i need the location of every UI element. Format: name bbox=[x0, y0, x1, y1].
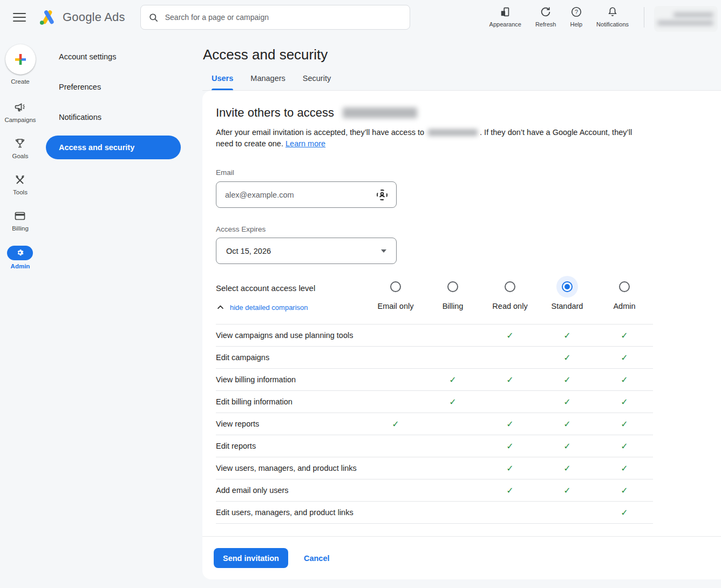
cancel-button[interactable]: Cancel bbox=[304, 554, 330, 563]
check-icon: ✓ bbox=[506, 486, 513, 495]
radio-selected-icon[interactable] bbox=[556, 276, 578, 298]
permission-row: Edit reports✓✓✓ bbox=[216, 435, 653, 457]
svg-text:?: ? bbox=[575, 9, 578, 15]
check-icon: ✓ bbox=[506, 420, 513, 429]
permission-row: Add email only users✓✓✓ bbox=[216, 479, 653, 502]
check-icon: ✓ bbox=[621, 442, 628, 451]
bell-icon bbox=[607, 6, 618, 18]
access-level-option-read-only[interactable]: Read only bbox=[481, 276, 539, 312]
check-icon: ✓ bbox=[563, 353, 570, 362]
permission-label: View billing information bbox=[216, 375, 367, 384]
search-input[interactable] bbox=[165, 13, 402, 22]
trophy-icon bbox=[13, 137, 26, 150]
send-invitation-button[interactable]: Send invitation bbox=[214, 548, 288, 568]
check-icon: ✓ bbox=[563, 486, 570, 495]
permission-label: View reports bbox=[216, 420, 367, 428]
access-level-section: Select account access level hide detaile… bbox=[216, 276, 653, 312]
tools-icon bbox=[13, 173, 26, 186]
google-ads-logo: Google Ads bbox=[38, 9, 125, 25]
tab-managers[interactable]: Managers bbox=[242, 74, 294, 90]
contact-picker-icon[interactable] bbox=[375, 187, 390, 202]
check-icon: ✓ bbox=[449, 375, 456, 384]
sidebar-item-admin[interactable]: Admin bbox=[4, 246, 36, 269]
radio-unselected-icon[interactable] bbox=[385, 276, 406, 298]
check-icon: ✓ bbox=[563, 464, 570, 473]
sidebar-item-billing[interactable]: Billing bbox=[4, 209, 36, 232]
account-info-redacted[interactable] bbox=[654, 6, 718, 32]
permission-row: View reports✓✓✓✓ bbox=[216, 413, 653, 435]
global-search[interactable] bbox=[140, 5, 410, 30]
access-expires-select[interactable]: Oct 15, 2026 bbox=[216, 238, 397, 264]
plus-icon bbox=[13, 52, 28, 67]
access-level-option-label: Read only bbox=[492, 302, 527, 310]
sidebar-item-campaigns[interactable]: Campaigns bbox=[4, 101, 36, 123]
hide-comparison-toggle[interactable]: hide detailed comparison bbox=[216, 303, 367, 312]
check-icon: ✓ bbox=[449, 397, 456, 407]
tab-users[interactable]: Users bbox=[203, 74, 242, 90]
permission-label: Edit campaigns bbox=[216, 353, 367, 362]
redacted-account-id bbox=[343, 107, 417, 118]
subnav-item-preferences[interactable]: Preferences bbox=[46, 75, 181, 99]
access-level-option-label: Billing bbox=[443, 302, 464, 310]
learn-more-link[interactable]: Learn more bbox=[285, 139, 325, 148]
search-icon bbox=[148, 12, 159, 23]
admin-active-pill bbox=[7, 246, 33, 260]
appearance-button[interactable]: Appearance bbox=[485, 6, 526, 28]
radio-unselected-icon[interactable] bbox=[614, 276, 635, 298]
check-icon: ✓ bbox=[621, 508, 628, 517]
check-icon: ✓ bbox=[621, 486, 628, 495]
access-level-option-admin[interactable]: Admin bbox=[596, 276, 653, 312]
permission-row: View billing information✓✓✓✓ bbox=[216, 369, 653, 391]
subnav-item-account-settings[interactable]: Account settings bbox=[46, 45, 181, 69]
invite-heading: Invite others to access bbox=[216, 106, 721, 120]
sidebar-item-tools[interactable]: Tools bbox=[4, 173, 36, 195]
menu-icon[interactable] bbox=[13, 11, 26, 24]
email-input[interactable] bbox=[225, 191, 375, 199]
create-label: Create bbox=[11, 78, 30, 85]
admin-subnav: Account settings Preferences Notificatio… bbox=[40, 35, 202, 588]
notifications-button[interactable]: Notifications bbox=[592, 6, 633, 28]
redacted-account-id bbox=[428, 129, 478, 136]
radio-unselected-icon[interactable] bbox=[442, 276, 464, 298]
subnav-item-access-and-security[interactable]: Access and security bbox=[46, 136, 181, 159]
check-icon: ✓ bbox=[621, 375, 628, 384]
check-icon: ✓ bbox=[621, 464, 628, 473]
access-level-label: Select account access level bbox=[216, 283, 367, 293]
access-level-option-email-only[interactable]: Email only bbox=[367, 276, 424, 312]
access-level-option-standard[interactable]: Standard bbox=[539, 276, 596, 312]
topbar-actions: Appearance Refresh ? Help Notifications bbox=[485, 3, 721, 32]
check-icon: ✓ bbox=[506, 331, 513, 340]
google-ads-mark-icon bbox=[38, 9, 56, 25]
tab-security[interactable]: Security bbox=[294, 74, 339, 90]
check-icon: ✓ bbox=[506, 442, 513, 451]
sidebar-item-goals[interactable]: Goals bbox=[4, 137, 36, 159]
refresh-button[interactable]: Refresh bbox=[531, 6, 561, 28]
create-button[interactable] bbox=[5, 44, 36, 75]
help-icon: ? bbox=[570, 6, 582, 18]
subnav-item-notifications[interactable]: Notifications bbox=[46, 105, 181, 129]
top-bar: Google Ads Appearance Refresh ? Help bbox=[0, 0, 721, 35]
check-icon: ✓ bbox=[621, 331, 628, 340]
access-level-option-billing[interactable]: Billing bbox=[424, 276, 481, 312]
permission-label: Add email only users bbox=[216, 486, 367, 495]
check-icon: ✓ bbox=[392, 420, 399, 429]
navigation-rail: Create Campaigns Goals Tools bbox=[0, 35, 40, 588]
help-button[interactable]: ? Help bbox=[566, 6, 587, 28]
radio-unselected-icon[interactable] bbox=[499, 276, 521, 298]
megaphone-icon bbox=[13, 101, 26, 114]
redacted-account-id bbox=[674, 12, 713, 17]
check-icon: ✓ bbox=[563, 397, 570, 407]
topbar-divider bbox=[644, 7, 644, 28]
access-level-option-label: Email only bbox=[378, 302, 414, 310]
check-icon: ✓ bbox=[563, 375, 570, 384]
permission-label: Edit reports bbox=[216, 442, 367, 450]
permission-label: View campaigns and use planning tools bbox=[216, 331, 367, 340]
check-icon: ✓ bbox=[621, 420, 628, 429]
check-icon: ✓ bbox=[563, 331, 570, 340]
check-icon: ✓ bbox=[506, 464, 513, 473]
invite-card: Invite others to access After your email… bbox=[202, 91, 721, 579]
invite-description: After your email invitation is accepted,… bbox=[216, 127, 650, 150]
access-level-columns: Email onlyBillingRead onlyStandardAdmin bbox=[367, 276, 653, 312]
access-expires-label: Access Expires bbox=[216, 225, 721, 233]
credit-card-icon bbox=[13, 209, 26, 222]
